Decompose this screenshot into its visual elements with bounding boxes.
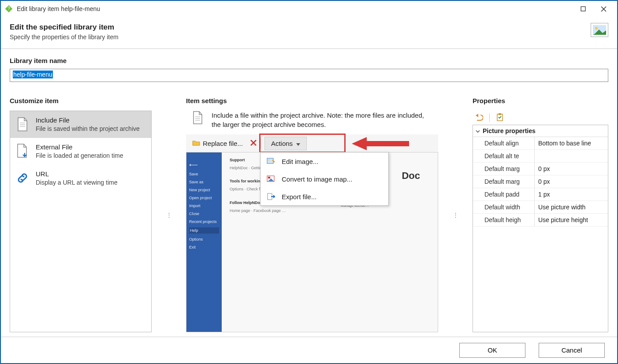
delete-icon[interactable]	[250, 139, 257, 148]
name-label: Library item name	[10, 57, 608, 64]
item-title: URL	[36, 170, 117, 178]
app-icon: ?	[4, 4, 13, 13]
document-icon	[15, 116, 30, 132]
property-row[interactable]: Default widthUse picture width	[473, 201, 608, 214]
svg-rect-20	[268, 177, 270, 178]
export-icon	[267, 192, 275, 201]
dialog-subtitle: Specify the properties of the library it…	[10, 33, 591, 41]
picture-type-icon	[591, 23, 608, 37]
settings-panel: Item settings Include a file within the …	[186, 97, 438, 332]
svg-marker-25	[476, 114, 478, 117]
item-desc: File is saved within the project archive	[36, 125, 140, 133]
property-row[interactable]: Default marg0 px	[473, 175, 608, 188]
svg-marker-24	[352, 137, 367, 150]
separator	[261, 138, 261, 149]
svg-text:?: ?	[7, 6, 10, 11]
annotation-arrow	[352, 137, 409, 152]
splitter-left[interactable]: ⋮	[165, 97, 173, 332]
preview-sidebar: ⟵ Save Save as New project Open project …	[186, 152, 222, 332]
actions-menu-edit-image[interactable]: Edit image...	[261, 152, 388, 170]
settings-toolbar: Replace file... Actions	[186, 134, 438, 152]
window-title: Edit library item help-file-menu	[17, 5, 573, 12]
category-label: Picture properties	[483, 127, 536, 134]
name-input[interactable]: help-file-menu	[10, 69, 608, 82]
folder-icon	[192, 140, 200, 147]
preview-brand: Doc	[402, 170, 420, 182]
columns: Customize item Include FileFile is saved…	[10, 97, 608, 332]
separator	[489, 113, 490, 122]
svg-point-18	[268, 160, 270, 161]
document-download-icon	[15, 143, 30, 159]
image-map-icon	[267, 175, 275, 183]
close-button[interactable]	[593, 2, 614, 15]
settings-description-row: Include a file within the project archiv…	[186, 111, 438, 129]
svg-rect-23	[365, 141, 409, 146]
dialog-title: Edit the specified library item	[10, 23, 591, 32]
chevron-down-icon	[296, 140, 300, 147]
dialog-footer: OK Cancel	[1, 337, 617, 363]
svg-marker-16	[296, 143, 300, 146]
properties-panel: Properties Picture properties Default al…	[473, 97, 608, 332]
customize-item-include-file[interactable]: Include FileFile is saved within the pro…	[10, 111, 151, 138]
menu-label: Convert to image map...	[282, 175, 352, 183]
splitter-right[interactable]: ⋮	[451, 97, 459, 332]
svg-rect-17	[267, 158, 273, 163]
undo-icon[interactable]	[474, 113, 483, 123]
property-row[interactable]: Default alignBottom to base line	[473, 137, 608, 150]
customize-panel: Customize item Include FileFile is saved…	[10, 97, 152, 332]
ok-button[interactable]: OK	[459, 343, 525, 358]
actions-dropdown-button[interactable]: Actions	[264, 137, 307, 150]
replace-label: Replace file...	[203, 140, 243, 147]
actions-label: Actions	[271, 140, 293, 147]
window-controls	[573, 2, 614, 15]
property-grid: Picture properties Default alignBottom t…	[473, 125, 608, 332]
link-icon	[15, 170, 30, 186]
item-title: Include File	[36, 116, 140, 124]
menu-label: Export file...	[282, 193, 316, 201]
document-icon	[192, 111, 205, 127]
property-row[interactable]: Default marg0 px	[473, 163, 608, 175]
property-row[interactable]: Default padd1 px	[473, 188, 608, 201]
name-input-value: help-file-menu	[13, 71, 53, 78]
property-row[interactable]: Default heighUse picture height	[473, 214, 608, 227]
chevron-down-icon	[476, 127, 480, 134]
properties-toolbar	[473, 111, 608, 125]
properties-title: Properties	[473, 97, 608, 104]
customize-item-external-file[interactable]: External FileFile is loaded at generatio…	[10, 138, 151, 165]
replace-file-button[interactable]: Replace file...	[189, 138, 246, 149]
customize-title: Customize item	[10, 97, 152, 104]
settings-title: Item settings	[186, 97, 438, 104]
settings-description: Include a file within the project archiv…	[212, 111, 432, 129]
svg-rect-2	[581, 7, 585, 11]
dialog-header: Edit the specified library item Specify …	[1, 17, 617, 48]
customize-list: Include FileFile is saved within the pro…	[10, 111, 152, 332]
cancel-button[interactable]: Cancel	[539, 343, 605, 358]
customize-item-url[interactable]: URLDisplay a URL at viewing time	[10, 165, 151, 192]
maximize-button[interactable]	[573, 2, 593, 15]
item-title: External File	[36, 143, 123, 151]
property-category[interactable]: Picture properties	[473, 125, 608, 137]
actions-menu-convert-image-map[interactable]: Convert to image map...	[261, 170, 388, 188]
dialog-window: ? Edit library item help-file-menu Edit …	[0, 0, 618, 364]
item-desc: File is loaded at generation time	[36, 152, 123, 160]
edit-image-icon	[267, 157, 275, 166]
property-row[interactable]: Default alt te	[473, 150, 608, 163]
svg-point-6	[595, 27, 598, 30]
clipboard-icon[interactable]	[496, 113, 504, 123]
actions-menu-export-file[interactable]: Export file...	[261, 188, 388, 205]
titlebar: ? Edit library item help-file-menu	[1, 1, 617, 17]
actions-menu: Edit image... Convert to image map... Ex…	[260, 152, 389, 206]
item-desc: Display a URL at viewing time	[36, 178, 117, 186]
dialog-body: Library item name help-file-menu Customi…	[1, 49, 617, 337]
menu-label: Edit image...	[282, 158, 318, 165]
svg-rect-27	[499, 113, 501, 115]
